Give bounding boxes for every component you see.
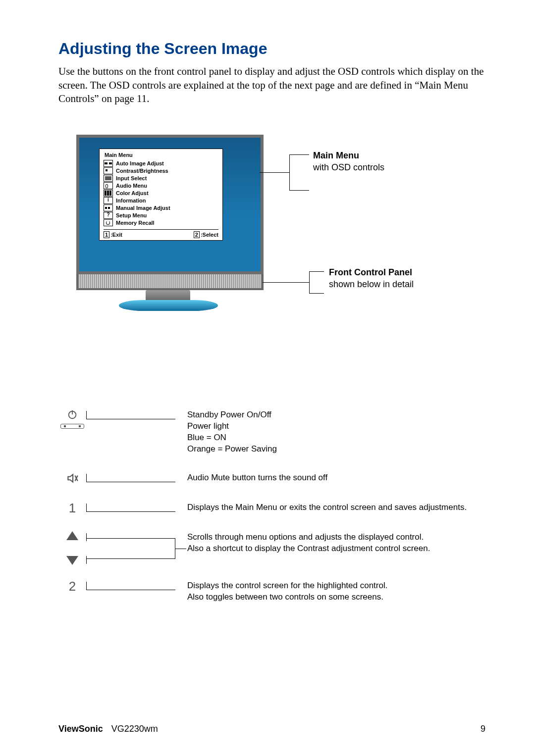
- leader-line: [86, 505, 175, 512]
- footer-brand: ViewSonic: [58, 724, 103, 734]
- monitor-vents: [76, 274, 264, 290]
- osd-item: Audio Menu: [116, 183, 147, 189]
- arrow-up-icon: [66, 531, 78, 540]
- legend-row-button-1: 1 Displays the Main Menu or exits the co…: [58, 502, 485, 514]
- button-1-icon: 1: [69, 502, 76, 514]
- legend-row-arrows: Scrolls through menu options and adjusts…: [58, 531, 485, 565]
- intro-paragraph: Use the buttons on the front control pan…: [58, 65, 485, 106]
- label-main-menu: Main Menuwith OSD controls: [313, 150, 384, 174]
- manual-image-adjust-icon: [104, 204, 113, 211]
- label-front-panel: Front Control Panelshown below in detail: [329, 266, 414, 291]
- osd-window: Main Menu Auto Image Adjust Contrast/Bri…: [99, 149, 223, 241]
- osd-item: Information: [116, 198, 146, 203]
- button-2-desc-2: Also toggles between two controls on som…: [187, 591, 485, 603]
- footer-model: VG2230wm: [111, 724, 158, 734]
- osd-item: Memory Recall: [116, 220, 155, 226]
- osd-item: Setup Menu: [116, 212, 147, 218]
- monitor-stand: [146, 290, 190, 300]
- osd-title: Main Menu: [105, 152, 218, 158]
- mute-icon: [58, 472, 86, 485]
- leader-line-double: [86, 535, 175, 562]
- contrast-brightness-icon: [104, 167, 113, 174]
- exit-label: :Exit: [110, 232, 122, 238]
- front-panel-legend: Standby Power On/Off Power light Blue = …: [58, 409, 485, 603]
- leader-main-menu: [260, 172, 289, 173]
- color-adjust-icon: [104, 190, 113, 197]
- setup-menu-icon: [104, 212, 113, 219]
- osd-item: Manual Image Adjust: [116, 205, 170, 211]
- legend-row-power: Standby Power On/Off Power light Blue = …: [58, 409, 485, 454]
- exit-key: 1: [104, 231, 109, 238]
- button-2-icon: 2: [69, 580, 76, 593]
- select-key: 2: [194, 231, 200, 238]
- information-icon: [104, 197, 113, 204]
- legend-row-mute: Audio Mute button turns the sound off: [58, 472, 485, 485]
- power-icon: [67, 409, 78, 422]
- monitor-frame: Main Menu Auto Image Adjust Contrast/Bri…: [76, 135, 264, 274]
- auto-image-adjust-icon: [104, 160, 113, 167]
- monitor-base: [119, 300, 218, 311]
- leader-line: [86, 476, 175, 482]
- power-led-icon: [60, 424, 84, 429]
- osd-item: Color Adjust: [116, 190, 149, 196]
- page-title: Adjusting the Screen Image: [58, 40, 485, 58]
- arrow-desc-2: Also a shortcut to display the Contrast …: [187, 543, 485, 554]
- memory-recall-icon: [104, 219, 113, 226]
- power-desc-4: Orange = Power Saving: [187, 443, 485, 454]
- select-label: :Select: [201, 232, 218, 238]
- monitor-figure: Main Menu Auto Image Adjust Contrast/Bri…: [76, 135, 485, 315]
- leader-line: [86, 584, 175, 590]
- osd-item: Auto Image Adjust: [116, 160, 164, 166]
- button-1-desc: Displays the Main Menu or exits the cont…: [187, 502, 485, 513]
- mute-desc: Audio Mute button turns the sound off: [187, 472, 485, 483]
- legend-row-button-2: 2 Displays the control screen for the hi…: [58, 580, 485, 603]
- arrow-desc-1: Scrolls through menu options and adjusts…: [187, 531, 485, 543]
- leader-line: [86, 413, 175, 419]
- input-select-icon: [104, 175, 113, 182]
- button-2-desc-1: Displays the control screen for the high…: [187, 580, 485, 591]
- power-desc-3: Blue = ON: [187, 432, 485, 443]
- osd-item: Contrast/Brightness: [116, 168, 168, 174]
- footer-page: 9: [481, 724, 485, 734]
- audio-menu-icon: [104, 182, 113, 189]
- power-desc-2: Power light: [187, 420, 485, 432]
- page-footer: ViewSonic VG2230wm 9: [58, 724, 485, 734]
- arrow-down-icon: [66, 556, 78, 565]
- power-desc-1: Standby Power On/Off: [187, 409, 485, 420]
- osd-item: Input Select: [116, 175, 147, 181]
- leader-control-panel: [263, 282, 309, 283]
